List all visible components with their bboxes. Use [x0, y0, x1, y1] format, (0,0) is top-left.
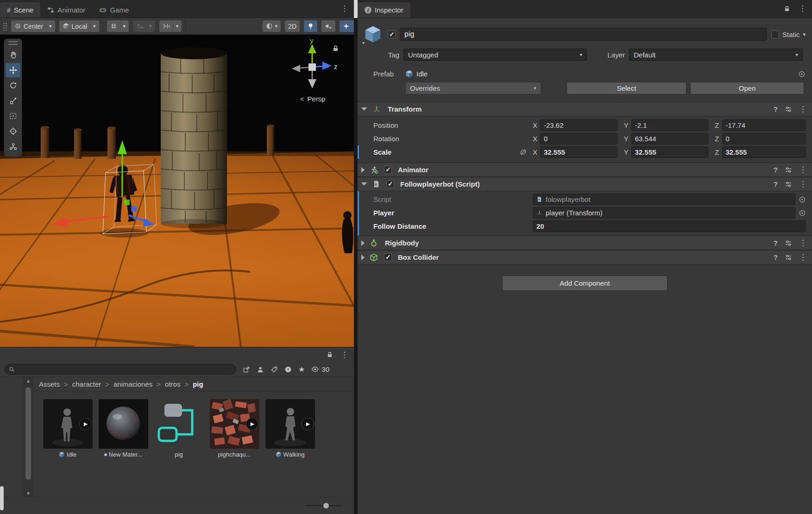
object-picker-icon[interactable] [798, 70, 806, 78]
custom-tools-button[interactable] [6, 139, 20, 154]
object-picker-icon[interactable] [799, 209, 806, 217]
search-input[interactable] [5, 364, 236, 375]
scale-x-field[interactable]: 32.555 [540, 146, 617, 158]
gizmo-center-cube[interactable] [308, 63, 316, 71]
rect-tool-button[interactable] [6, 109, 20, 123]
handle-space-dropdown[interactable]: Local ▾ [59, 20, 100, 32]
scene-effects-toggle[interactable] [339, 20, 354, 32]
tab-game[interactable]: Game [92, 2, 136, 18]
player-object-field[interactable]: player (Transform) [533, 207, 795, 219]
search-by-label-icon[interactable] [271, 366, 278, 373]
help-icon[interactable]: ? [774, 180, 778, 188]
component-menu-icon[interactable]: ⋮ [799, 166, 807, 174]
scale-z-field[interactable]: 32.555 [722, 146, 806, 158]
scrollbar-thumb[interactable] [25, 387, 31, 480]
asset-item-pig-controller[interactable]: pig [154, 399, 204, 497]
favorites-icon[interactable]: ★ [298, 365, 305, 374]
foldout-closed-icon[interactable] [361, 167, 365, 173]
toolbar-grip-handle[interactable] [3, 22, 7, 31]
presets-icon[interactable] [785, 106, 792, 113]
asset-item-idle[interactable]: ▶ Idle [43, 399, 93, 497]
scale-link-icon[interactable] [519, 148, 527, 156]
static-flags-dropdown-icon[interactable]: ▾ [803, 31, 806, 38]
foldout-open-icon[interactable] [361, 182, 367, 186]
breadcrumb-item-assets[interactable]: Assets [39, 380, 60, 388]
search-text-field[interactable] [17, 366, 232, 373]
tag-dropdown[interactable]: Untagged ▾ [403, 49, 587, 61]
presets-icon[interactable] [785, 239, 792, 247]
position-y-field[interactable]: -2.1 [631, 119, 709, 131]
rotate-tool-button[interactable] [6, 78, 20, 93]
help-icon[interactable]: ? [774, 166, 778, 174]
play-badge-icon[interactable]: ▶ [79, 418, 92, 430]
slider-knob[interactable] [323, 503, 329, 508]
breadcrumb-item-character[interactable]: character [72, 380, 101, 388]
left-scrollbar-thumb[interactable] [0, 486, 4, 510]
animator-header[interactable]: Animator ? ⋮ [358, 163, 812, 177]
pivot-mode-dropdown[interactable]: Center ▾ [11, 20, 56, 32]
scene-audio-toggle[interactable] [321, 20, 336, 32]
component-menu-icon[interactable]: ⋮ [799, 180, 807, 188]
foldout-closed-icon[interactable] [361, 240, 365, 246]
breadcrumb-item-otros[interactable]: otros [165, 380, 180, 388]
2d-mode-toggle[interactable]: 2D [284, 20, 300, 32]
box-collider-enabled-checkbox[interactable] [384, 253, 392, 261]
tab-inspector[interactable]: i Inspector [358, 2, 410, 18]
animator-enabled-checkbox[interactable] [384, 166, 392, 174]
scroll-down-icon[interactable]: ▼ [26, 491, 31, 496]
popout-icon[interactable] [243, 366, 250, 373]
gameobject-name-field[interactable]: pig [400, 28, 767, 41]
grid-visibility-dropdown[interactable]: ▾ [107, 20, 130, 32]
component-menu-icon[interactable]: ⋮ [799, 239, 807, 247]
icon-picker-caret[interactable]: ▾ [362, 40, 365, 45]
script-object-field[interactable]: folowplayerbot [533, 194, 795, 205]
panel-divider[interactable] [354, 0, 358, 514]
project-menu-icon[interactable]: ⋮ [340, 351, 348, 359]
tool-strip-handle[interactable] [8, 41, 18, 45]
asset-thumbnail[interactable] [99, 399, 148, 449]
object-picker-icon[interactable] [799, 196, 806, 203]
gameobject-icon-button[interactable]: ▾ [362, 24, 384, 44]
asset-thumbnail[interactable]: ▶ [210, 399, 259, 449]
play-badge-icon[interactable]: ▶ [302, 418, 314, 430]
gizmo-lock-icon[interactable] [332, 45, 339, 52]
box-collider-header[interactable]: Box Collider ? ⋮ [358, 250, 812, 264]
breadcrumb-item-pig[interactable]: pig [193, 380, 203, 388]
help-icon[interactable]: ? [774, 239, 778, 247]
asset-thumbnail[interactable]: ▶ [265, 399, 315, 449]
asset-item-walking[interactable]: ▶ Walking [265, 399, 315, 497]
tab-scene[interactable]: # Scene [0, 2, 40, 18]
scale-tool-button[interactable] [6, 94, 20, 108]
scene-tabbar-menu-icon[interactable]: ⋮ [340, 5, 348, 13]
open-button[interactable]: Open [690, 82, 804, 94]
transform-tool-button[interactable] [6, 124, 20, 138]
script-enabled-checkbox[interactable] [386, 180, 394, 188]
project-lock-icon[interactable] [327, 351, 333, 358]
grid-snap-dropdown[interactable]: ▾ [132, 20, 156, 32]
gizmo-x-cone[interactable] [292, 65, 300, 72]
presets-icon[interactable] [785, 181, 792, 188]
scene-viewport[interactable]: y z < Persp [0, 35, 354, 347]
thumbnail-size-slider[interactable] [306, 502, 342, 509]
shading-mode-dropdown[interactable]: ▾ [262, 20, 282, 32]
prefab-object[interactable]: Idle [405, 70, 428, 78]
position-x-field[interactable]: -23.62 [540, 119, 617, 131]
rigidbody-header[interactable]: Rigidbody ? ⋮ [358, 236, 812, 250]
follow-distance-field[interactable]: 20 [533, 220, 806, 232]
asset-item-new-material[interactable]: New Mater... [98, 399, 148, 497]
static-checkbox[interactable] [771, 31, 779, 38]
visibility-toggle[interactable]: 30 [311, 365, 329, 373]
project-vertical-scrollbar[interactable]: ▲ ▼ [23, 377, 33, 497]
help-icon[interactable]: ? [774, 253, 778, 261]
inspector-lock-icon[interactable] [784, 6, 790, 12]
foldout-closed-icon[interactable] [361, 255, 365, 260]
rotation-y-field[interactable]: 63.544 [631, 133, 709, 144]
projection-mode-button[interactable]: < Persp [283, 95, 343, 103]
rotation-x-field[interactable]: 0 [540, 133, 617, 144]
asset-thumbnail[interactable]: ▶ [43, 399, 93, 449]
followplayerbot-header[interactable]: Followplayerbot (Script) ? ⋮ [358, 177, 812, 191]
component-menu-icon[interactable]: ⋮ [799, 105, 807, 113]
select-button[interactable]: Select [567, 82, 687, 94]
transform-header[interactable]: Transform ? ⋮ [358, 102, 812, 116]
scene-lighting-toggle[interactable] [303, 20, 318, 32]
